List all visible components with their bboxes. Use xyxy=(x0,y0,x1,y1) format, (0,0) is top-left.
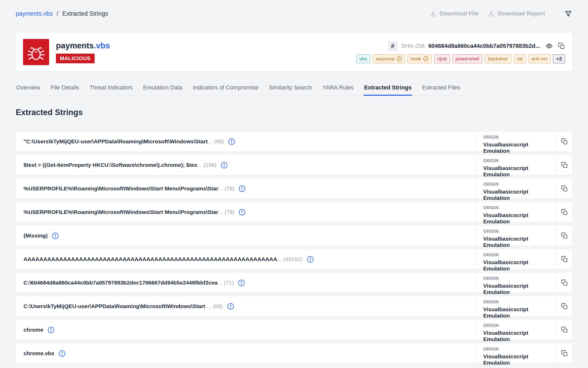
string-info-button[interactable] xyxy=(239,185,246,192)
tab-threat-indicators[interactable]: Threat Indicators xyxy=(89,84,133,95)
extracted-string-row: "C:\Users\kTyMijQEU-user\APPData\Roaming… xyxy=(16,132,572,151)
tag-label: njrat xyxy=(437,56,447,62)
breadcrumb-separator: / xyxy=(57,10,58,17)
origin-label: ORIGIN xyxy=(483,323,556,328)
origin-label: ORIGIN xyxy=(483,135,556,140)
string-ellipsis: ... xyxy=(218,185,223,192)
string-cell: AAAAAAAAAAAAAAAAAAAAAAAAAAAAAAAAAAAAAAAA… xyxy=(16,249,476,269)
copy-icon xyxy=(561,162,568,168)
copy-icon xyxy=(561,326,568,333)
download-report-button[interactable]: Download Report xyxy=(488,10,545,17)
origin-value: Visualbasicscript Emulation xyxy=(483,236,556,248)
copy-string-button[interactable] xyxy=(561,162,568,168)
malware-bug-icon xyxy=(23,39,49,65)
string-text: chrome xyxy=(24,327,43,333)
copy-string-button[interactable] xyxy=(561,303,568,310)
string-info-button[interactable] xyxy=(228,138,235,145)
string-cell: %USERPROFILE%\Roaming\Microsoft\Windows\… xyxy=(16,202,476,222)
tag-label: asyncrat xyxy=(376,56,395,62)
string-text: %USERPROFILE%\Roaming\Microsoft\Windows\… xyxy=(24,209,218,215)
copy-string-button[interactable] xyxy=(561,350,568,357)
tag-hook[interactable]: hook xyxy=(407,54,432,63)
hash-block: # SHA-256 604684d8a860ca44c0bb7a05797883… xyxy=(356,41,565,63)
copy-string-button[interactable] xyxy=(561,326,568,333)
tab-bar: OverviewFile DetailsThreat IndicatorsEmu… xyxy=(16,84,572,96)
string-info-button[interactable] xyxy=(227,303,234,310)
tag-more[interactable]: +2 xyxy=(553,54,565,63)
origin-cell: ORIGIN Visualbasicscript Emulation xyxy=(476,273,556,293)
tab-overview[interactable]: Overview xyxy=(16,84,41,95)
tab-extracted-strings[interactable]: Extracted Strings xyxy=(364,84,412,95)
copy-cell xyxy=(556,179,572,199)
copy-icon xyxy=(561,138,568,145)
string-text: AAAAAAAAAAAAAAAAAAAAAAAAAAAAAAAAAAAAAAAA… xyxy=(24,256,277,262)
alert-circle-icon xyxy=(228,138,235,145)
file-extension: .vbs xyxy=(94,41,110,50)
string-info-button[interactable] xyxy=(307,256,314,263)
tag-asyncrat[interactable]: asyncrat xyxy=(373,54,405,63)
string-info-button[interactable] xyxy=(238,279,245,286)
origin-cell: ORIGIN Visualbasicscript Emulation xyxy=(476,226,556,246)
tag-label: hook xyxy=(411,56,421,62)
alert-circle-icon xyxy=(238,279,245,286)
copy-string-button[interactable] xyxy=(561,209,568,216)
tab-similarity-search[interactable]: Similarity Search xyxy=(268,84,313,95)
tag-label: powershell xyxy=(456,56,479,62)
hash-row: # SHA-256 604684d8a860ca44c0bb7a05797883… xyxy=(388,41,565,51)
tag-info-icon xyxy=(423,56,429,61)
copy-cell xyxy=(556,155,572,175)
download-file-button[interactable]: Download File xyxy=(430,10,479,17)
copy-icon xyxy=(558,42,565,49)
string-cell: "C:\Users\kTyMijQEU-user\APPData\Roaming… xyxy=(16,132,476,151)
string-text: %USERPROFILE%\Roaming\Microsoft\Windows\… xyxy=(24,185,218,192)
string-count: (71) xyxy=(224,280,234,286)
extracted-string-row: chrome.vbs ORIGIN Visualbasicscript Emul… xyxy=(16,343,572,363)
origin-label: ORIGIN xyxy=(483,253,556,257)
tab-extracted-files[interactable]: Extracted Files xyxy=(422,84,461,95)
tag-anti-vm[interactable]: anti-vm xyxy=(528,54,551,63)
string-count: (78) xyxy=(225,185,234,192)
string-info-button[interactable] xyxy=(239,209,246,216)
tab-emulation-data[interactable]: Emulation Data xyxy=(143,84,183,95)
string-ellipsis: ... xyxy=(218,209,223,215)
tag-backdoor[interactable]: backdoor xyxy=(485,54,511,63)
copy-string-button[interactable] xyxy=(561,256,568,263)
tag-njrat[interactable]: njrat xyxy=(434,54,450,63)
alert-circle-icon xyxy=(48,326,55,333)
copy-string-button[interactable] xyxy=(561,279,568,286)
string-cell: C:\Users\kTyMijQEU-user\APPData\Roaming\… xyxy=(16,296,476,316)
copy-hash-button[interactable] xyxy=(558,42,565,49)
origin-label: ORIGIN xyxy=(483,182,556,187)
origin-cell: ORIGIN Visualbasicscript Emulation xyxy=(476,132,556,151)
tag-vbs[interactable]: vbs xyxy=(356,54,370,63)
copy-string-button[interactable] xyxy=(561,185,568,192)
string-info-button[interactable] xyxy=(221,162,228,169)
copy-string-button[interactable] xyxy=(561,232,568,239)
string-text: (Missing) xyxy=(24,233,48,239)
tag-powershell[interactable]: powershell xyxy=(452,54,482,63)
tab-indicators-of-compromise[interactable]: Indicators of Compromise xyxy=(192,84,259,95)
filter-button[interactable] xyxy=(564,10,572,18)
breadcrumb-file-link[interactable]: payments.vbs xyxy=(16,10,53,17)
origin-label: ORIGIN xyxy=(483,206,556,210)
copy-string-button[interactable] xyxy=(561,138,568,145)
breadcrumb-current-page: Extracted Strings xyxy=(62,10,108,17)
tab-yara-rules[interactable]: YARA Rules xyxy=(322,84,354,95)
file-meta: payments.vbs MALICIOUS xyxy=(56,41,356,63)
origin-value: Visualbasicscript Emulation xyxy=(483,141,556,154)
string-ellipsis: ... xyxy=(208,138,212,145)
origin-value: Visualbasicscript Emulation xyxy=(483,306,556,319)
string-info-button[interactable] xyxy=(59,350,66,357)
breadcrumb: payments.vbs / Extracted Strings xyxy=(16,10,108,17)
origin-value: Visualbasicscript Emulation xyxy=(483,165,556,178)
tag-rat[interactable]: rat xyxy=(514,54,526,63)
string-info-button[interactable] xyxy=(52,232,59,239)
string-info-button[interactable] xyxy=(48,326,55,333)
view-hash-button[interactable] xyxy=(545,42,553,50)
string-ellipsis: ... xyxy=(277,256,282,262)
tab-file-details[interactable]: File Details xyxy=(50,84,80,95)
alert-circle-icon xyxy=(221,162,228,169)
origin-cell: ORIGIN Visualbasicscript Emulation xyxy=(476,320,556,340)
file-name-base: payments xyxy=(56,41,94,50)
origin-label: ORIGIN xyxy=(483,229,556,234)
